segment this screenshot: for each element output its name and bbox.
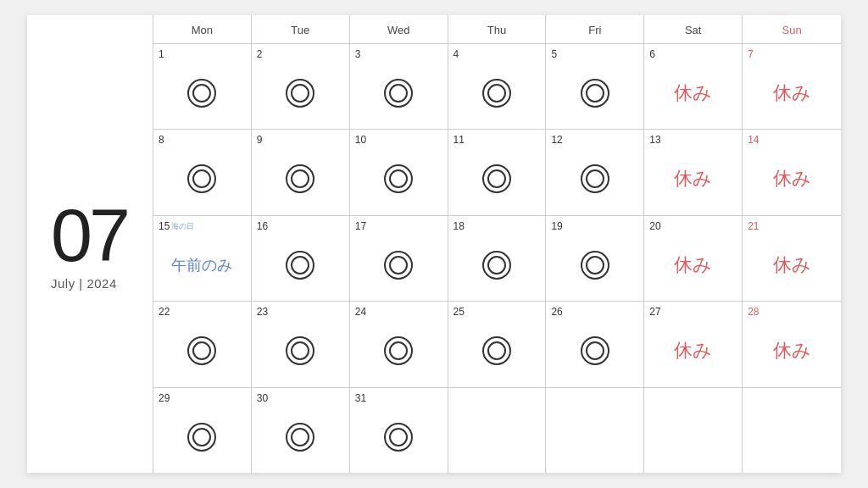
circle-inner	[586, 256, 604, 274]
cell-content	[187, 147, 216, 212]
day-cell: 9	[252, 130, 350, 214]
day-number: 29	[159, 392, 170, 404]
day-number: 17	[355, 220, 366, 232]
cell-content: 午前のみ	[171, 232, 232, 297]
day-cell: 6休み	[644, 44, 743, 129]
circle-icon	[384, 164, 413, 193]
yasumi-text: 休み	[674, 252, 712, 278]
day-number-row: 9	[257, 134, 344, 146]
circle-icon	[482, 336, 511, 365]
header-cell-wed: Wed	[350, 15, 448, 43]
day-number: 24	[355, 306, 366, 318]
day-number-row: 19	[551, 220, 638, 232]
day-number-row: 4	[453, 48, 541, 60]
yasumi-text: 休み	[773, 166, 811, 191]
day-number-row: 15海の日	[159, 220, 246, 232]
circle-icon	[286, 79, 314, 108]
day-number-row: 28	[748, 306, 836, 318]
circle-icon	[286, 164, 314, 193]
day-number: 18	[453, 220, 465, 232]
cell-content: 休み	[674, 147, 712, 212]
day-cell: 12	[546, 130, 644, 214]
day-number: 6	[649, 48, 655, 60]
day-number-row: 2	[257, 48, 344, 60]
cell-content	[581, 232, 609, 297]
day-number-row: 3	[355, 48, 442, 60]
day-cell	[644, 388, 743, 473]
circle-inner	[586, 169, 604, 188]
day-cell: 23	[252, 302, 350, 386]
day-number: 1	[159, 48, 164, 60]
day-cell: 27休み	[644, 302, 743, 386]
week-row-4: 222324252627休み28休み	[153, 302, 841, 387]
circle-inner	[586, 341, 604, 360]
day-number-row: 16	[257, 220, 344, 232]
cell-content	[187, 60, 216, 125]
cell-content: 休み	[773, 232, 811, 297]
cell-content	[286, 60, 314, 125]
circle-icon	[187, 336, 216, 365]
circle-inner	[487, 341, 506, 360]
day-number-row: 13	[649, 134, 737, 146]
day-cell: 30	[252, 388, 350, 473]
header-cell-thu: Thu	[448, 15, 547, 43]
day-number-row: 5	[551, 48, 638, 60]
day-number: 5	[551, 48, 557, 60]
circle-inner	[192, 341, 211, 360]
cell-content: 休み	[674, 232, 712, 297]
day-cell: 28休み	[743, 302, 841, 386]
day-number-row: 20	[649, 220, 737, 232]
header-cell-sun: Sun	[743, 15, 841, 43]
circle-icon	[384, 79, 413, 108]
circle-icon	[286, 251, 314, 280]
day-number: 4	[453, 48, 459, 60]
day-cell: 29	[153, 388, 252, 473]
cell-content: 休み	[773, 60, 811, 125]
circle-icon	[384, 336, 413, 365]
circle-inner	[487, 84, 506, 103]
day-number: 10	[355, 134, 366, 146]
week-row-3: 15海の日午前のみ1617181920休み21休み	[153, 216, 841, 302]
cell-content	[581, 147, 609, 212]
day-number: 9	[257, 134, 263, 146]
day-cell: 15海の日午前のみ	[153, 216, 252, 301]
day-number: 16	[257, 220, 268, 232]
month-label: July | 2024	[51, 276, 117, 291]
day-number: 19	[551, 220, 562, 232]
circle-icon	[482, 251, 511, 280]
holiday-label: 海の日	[171, 221, 194, 232]
day-cell: 18	[448, 216, 547, 301]
weeks: 123456休み7休み8910111213休み14休み15海の日午前のみ1617…	[153, 44, 841, 473]
day-number-row: 1	[159, 48, 246, 60]
cell-content	[187, 319, 216, 384]
day-cell: 21休み	[743, 216, 841, 301]
day-cell: 16	[252, 216, 350, 301]
day-cell: 17	[350, 216, 448, 301]
day-cell: 20休み	[644, 216, 743, 301]
day-number: 22	[159, 306, 170, 318]
day-number-row: 29	[159, 392, 246, 404]
circle-inner	[192, 169, 211, 188]
circle-icon	[581, 79, 609, 108]
circle-inner	[586, 84, 604, 103]
header-cell-mon: Mon	[153, 15, 252, 43]
month-number: 07	[51, 198, 127, 273]
yasumi-text: 休み	[773, 338, 811, 363]
yasumi-text: 休み	[674, 166, 712, 191]
calendar-grid: MonTueWedThuFriSatSun 123456休み7休み8910111…	[153, 15, 841, 473]
day-number: 14	[748, 134, 759, 146]
circle-icon	[581, 336, 609, 365]
day-cell: 31	[350, 388, 448, 473]
cell-content: 休み	[674, 60, 712, 125]
day-number-row: 10	[355, 134, 442, 146]
day-number-row: 18	[453, 220, 541, 232]
circle-inner	[389, 341, 408, 360]
day-cell: 7休み	[743, 44, 841, 129]
calendar-page: 07 July | 2024 MonTueWedThuFriSatSun 123…	[27, 15, 841, 473]
day-cell: 19	[546, 216, 644, 301]
circle-inner	[291, 169, 309, 188]
circle-icon	[384, 251, 413, 280]
circle-inner	[192, 428, 211, 446]
day-number: 2	[257, 48, 263, 60]
yasumi-text: 休み	[773, 252, 811, 278]
